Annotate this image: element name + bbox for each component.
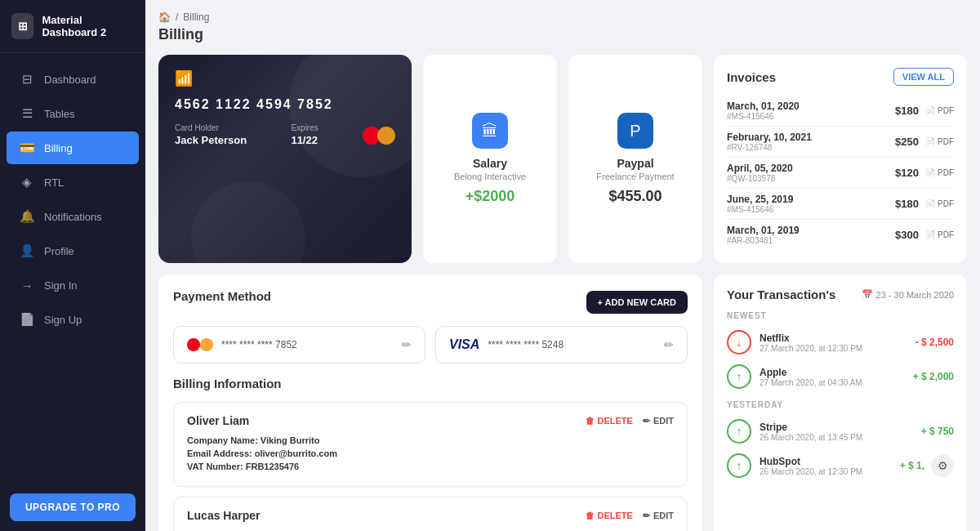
- paypal-title: Paypal: [617, 157, 653, 170]
- paypal-subtitle: Freelance Payment: [596, 172, 674, 181]
- invoice-ref: #MS-415646: [727, 205, 793, 214]
- card-footer: Card Holder Jack Peterson Expires 11/22: [175, 123, 395, 146]
- edit-card-icon[interactable]: ✏: [402, 338, 412, 351]
- invoice-info: February, 10, 2021 #RV-126748: [727, 132, 812, 152]
- breadcrumb-separator: /: [176, 11, 178, 23]
- pdf-button[interactable]: 📄 PDF: [925, 137, 954, 146]
- dashboard-icon: ⊟: [20, 72, 34, 87]
- salary-title: Salary: [473, 157, 507, 170]
- brand-icon: ⊞: [11, 13, 33, 39]
- trans-amount: - $ 2,500: [915, 337, 954, 348]
- trans-right: + $ 1, ⚙: [900, 454, 954, 477]
- card-expires-info: Expires 11/22: [291, 123, 318, 146]
- payment-card-mastercard: **** **** **** 7852 ✏: [173, 326, 425, 364]
- sidebar-item-signin[interactable]: → Sign In: [7, 269, 139, 301]
- credit-card-widget: 📶 4562 1122 4594 7852 Card Holder Jack P…: [158, 55, 412, 263]
- billing-person-oliver: Oliver Liam 🗑 DELETE ✏ EDIT Company Name…: [173, 402, 688, 487]
- trans-left: ↓ Netflix 27 March 2020, at 12:30 PM: [727, 330, 862, 355]
- delete-button[interactable]: 🗑 DELETE: [586, 511, 633, 521]
- edit-button[interactable]: ✏ EDIT: [643, 416, 674, 426]
- billing-person-lucas: Lucas Harper 🗑 DELETE ✏ EDIT Company Nam…: [173, 497, 688, 531]
- invoices-panel: Invoices VIEW ALL March, 01, 2020 #MS-41…: [714, 55, 967, 263]
- transactions-panel: Your Transaction's 📅 23 - 30 March 2020 …: [714, 274, 967, 531]
- invoice-date: March, 01, 2019: [727, 225, 800, 236]
- sidebar-item-label: Sign Up: [44, 314, 82, 326]
- card-holder-name: Jack Peterson: [175, 134, 247, 146]
- sidebar-item-signup[interactable]: 📄 Sign Up: [7, 303, 139, 336]
- person-company: Company Name: Viking Burrito: [187, 435, 674, 445]
- invoice-info: April, 05, 2020 #QW-103578: [727, 163, 793, 183]
- edit-card-icon[interactable]: ✏: [664, 338, 674, 351]
- trans-amount: + $ 750: [921, 426, 954, 437]
- invoice-ref: #RV-126748: [727, 143, 812, 152]
- invoice-date: April, 05, 2020: [727, 163, 793, 174]
- trans-info: Stripe 26 March 2020, at 13:45 PM: [760, 422, 862, 442]
- trans-info: Apple 27 March 2020, at 04:30 AM: [760, 367, 862, 387]
- payment-method-header: Payment Method + ADD NEW CARD: [173, 289, 688, 315]
- sidebar-item-dashboard[interactable]: ⊟ Dashboard: [7, 63, 139, 96]
- invoice-amount: $180: [895, 198, 919, 210]
- invoice-row: June, 25, 2019 #MS-415646 $180 📄 PDF: [727, 189, 954, 220]
- invoice-right: $250 📄 PDF: [895, 136, 954, 148]
- invoice-date: March, 01, 2020: [727, 100, 800, 112]
- transactions-header: Your Transaction's 📅 23 - 30 March 2020: [727, 288, 954, 301]
- mastercard-logo: [363, 125, 395, 146]
- sidebar-item-label: RTL: [44, 176, 64, 189]
- invoices-title: Invoices: [727, 70, 776, 84]
- pdf-button[interactable]: 📄 PDF: [925, 230, 954, 239]
- salary-subtitle: Belong Interactive: [454, 172, 526, 181]
- pdf-button[interactable]: 📄 PDF: [925, 199, 954, 208]
- mc-right-circle: [377, 127, 395, 145]
- breadcrumb-home-icon: 🏠: [158, 11, 171, 23]
- gear-icon[interactable]: ⚙: [931, 454, 954, 477]
- billing-info-panel: Payment Method + ADD NEW CARD **** **** …: [158, 274, 702, 531]
- sidebar-item-billing[interactable]: 💳 Billing: [7, 132, 139, 164]
- sidebar-item-profile[interactable]: 👤 Profile: [7, 234, 139, 267]
- sidebar-item-label: Sign In: [44, 279, 77, 292]
- mc-s-right: [200, 338, 213, 351]
- breadcrumb: 🏠 / Billing: [158, 11, 967, 23]
- tables-icon: ☰: [20, 106, 34, 121]
- trans-left: ↑ Apple 27 March 2020, at 04:30 AM: [727, 364, 862, 389]
- bottom-row: Payment Method + ADD NEW CARD **** **** …: [158, 274, 967, 531]
- rtl-icon: ◈: [20, 175, 34, 190]
- sidebar-footer: UPGRADE TO PRO: [0, 484, 145, 531]
- payment-card-left: VISA **** **** **** 5248: [449, 337, 564, 352]
- trans-time: 27 March 2020, at 12:30 PM: [760, 344, 862, 353]
- pdf-button[interactable]: 📄 PDF: [925, 106, 954, 115]
- edit-button[interactable]: ✏ EDIT: [643, 511, 674, 521]
- person-actions: 🗑 DELETE ✏ EDIT: [586, 416, 674, 426]
- invoice-ref: #QW-103578: [727, 174, 793, 183]
- add-card-button[interactable]: + ADD NEW CARD: [586, 291, 688, 314]
- view-all-button[interactable]: VIEW ALL: [893, 68, 954, 86]
- invoice-date: February, 10, 2021: [727, 132, 812, 143]
- person-name: Oliver Liam: [187, 414, 249, 427]
- transaction-apple: ↑ Apple 27 March 2020, at 04:30 AM + $ 2…: [727, 359, 954, 394]
- top-row: 📶 4562 1122 4594 7852 Card Holder Jack P…: [158, 55, 967, 263]
- paypal-icon: P: [617, 113, 653, 149]
- upgrade-button[interactable]: UPGRADE TO PRO: [10, 493, 136, 521]
- sidebar-item-notifications[interactable]: 🔔 Notifications: [7, 200, 139, 233]
- trans-name: HubSpot: [760, 456, 862, 467]
- profile-icon: 👤: [20, 243, 34, 258]
- pdf-button[interactable]: 📄 PDF: [925, 168, 954, 177]
- invoice-row: April, 05, 2020 #QW-103578 $120 📄 PDF: [727, 158, 954, 189]
- invoice-amount: $250: [895, 136, 919, 148]
- expires-label: Expires: [291, 123, 318, 132]
- sidebar-item-label: Tables: [44, 108, 75, 120]
- sidebar-item-rtl[interactable]: ◈ RTL: [7, 166, 139, 199]
- transaction-hubspot: ↑ HubSpot 26 March 2020, at 12:30 PM + $…: [727, 448, 954, 483]
- delete-button[interactable]: 🗑 DELETE: [586, 416, 633, 426]
- sidebar-nav: ⊟ Dashboard ☰ Tables 💳 Billing ◈ RTL 🔔 N…: [0, 53, 145, 484]
- transaction-stripe: ↑ Stripe 26 March 2020, at 13:45 PM + $ …: [727, 414, 954, 448]
- invoice-date: June, 25, 2019: [727, 194, 793, 205]
- card-digits: **** **** **** 7852: [221, 339, 297, 350]
- trans-name: Netflix: [760, 332, 862, 344]
- payment-method-title: Payment Method: [173, 289, 271, 303]
- sidebar-item-tables[interactable]: ☰ Tables: [7, 97, 139, 130]
- card-holder-info: Card Holder Jack Peterson: [175, 123, 247, 146]
- newest-label: NEWEST: [727, 311, 954, 320]
- salary-icon: 🏛: [472, 113, 508, 149]
- trans-time: 26 March 2020, at 12:30 PM: [760, 467, 862, 476]
- payment-cards-row: **** **** **** 7852 ✏ VISA **** **** ***…: [173, 326, 688, 364]
